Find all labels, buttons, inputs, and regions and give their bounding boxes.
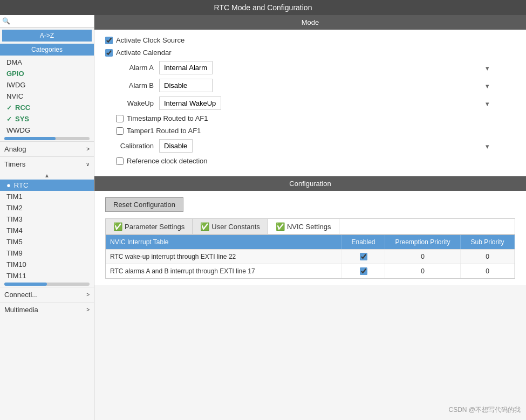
search-input[interactable] [12,17,93,25]
reference-clock-checkbox[interactable] [116,157,124,165]
nvic-tab-icon: ✅ [276,222,285,231]
section-connectivity-label: Connecti... [4,291,38,299]
activate-calendar-row: Activate Calendar [105,49,515,57]
row1-description: RTC wake-up interrupt through EXTI line … [106,250,342,264]
sidebar-item-tim10[interactable]: TIM10 [0,259,94,270]
app-container: RTC Mode and Configuration 🔍 A->Z Catego… [0,0,526,420]
sidebar-item-gpio[interactable]: GPIO [0,68,94,79]
search-bar: 🔍 [0,15,94,27]
table-row: RTC wake-up interrupt through EXTI line … [106,249,515,264]
sidebar-item-wwdg[interactable]: WWDG [0,125,94,136]
sidebar-item-tim11[interactable]: TIM11 [0,270,94,281]
alarm-a-select[interactable]: Internal Alarm Disable [159,61,213,74]
row1-sub: 0 [461,250,515,264]
section-analog-arrow: > [86,146,90,152]
alarm-b-label: Alarm B [105,81,159,89]
calibration-label: Calibration [105,142,159,150]
right-panel: Mode Activate Clock Source Activate Cale… [94,15,526,420]
row2-enabled [342,264,385,278]
user-constants-tab-label: User Constants [211,223,260,231]
sidebar-item-tim3[interactable]: TIM3 [0,214,94,225]
section-timers-label: Timers [4,160,25,168]
activate-calendar-checkbox[interactable] [105,49,113,57]
section-analog-label: Analog [4,145,26,153]
wakeup-row: WakeUp Internal WakeUp Disable [105,97,515,110]
tamper1-checkbox[interactable] [116,127,124,135]
col-header-enabled: Enabled [342,235,385,249]
sidebar-item-dma[interactable]: DMA [0,57,94,68]
rtc-check-icon: ● [6,181,11,189]
col-header-preemption: Preemption Priority [385,235,461,249]
alarm-b-select[interactable]: Disable Internal Alarm [159,79,213,92]
sidebar-item-tim1[interactable]: TIM1 [0,191,94,202]
alarm-a-row: Alarm A Internal Alarm Disable [105,61,515,74]
section-timers[interactable]: Timers ∨ [0,156,94,171]
config-body: Reset Configuration ✅ Parameter Settings… [94,191,526,285]
activate-clock-label: Activate Clock Source [116,36,185,44]
tab-nvic-settings[interactable]: ✅ NVIC Settings [268,219,339,234]
alarm-b-select-wrapper: Disable Internal Alarm [159,79,494,92]
up-arrow: ▲ [0,171,94,180]
window-title: RTC Mode and Configuration [0,0,526,15]
timestamp-checkbox[interactable] [116,115,124,122]
watermark: CSDN @不想写代码的我 [448,405,521,415]
tamper1-label: Tamper1 Routed to AF1 [127,127,201,135]
calibration-select-wrapper: Disable Enable [159,139,494,153]
scroll-indicator-top [4,137,90,140]
reference-clock-label: Reference clock detection [127,157,208,165]
reset-configuration-button[interactable]: Reset Configuration [105,197,183,212]
alarm-b-row: Alarm B Disable Internal Alarm [105,79,515,92]
tab-user-constants[interactable]: ✅ User Constants [193,219,268,234]
section-multimedia-arrow: > [86,307,90,313]
nvic-table: NVIC Interrupt Table Enabled Preemption … [105,235,515,279]
section-multimedia[interactable]: Multimedia > [0,302,94,317]
alarm-a-label: Alarm A [105,64,159,72]
row1-enabled-checkbox[interactable] [360,253,367,260]
mode-section: Activate Clock Source Activate Calendar … [94,30,526,176]
row1-enabled [342,250,385,264]
tamper1-row: Tamper1 Routed to AF1 [105,127,515,135]
table-row: RTC alarms A and B interrupt through EXT… [106,264,515,278]
col-header-sub: Sub Priority [461,235,515,249]
scroll-bar [4,137,56,140]
section-multimedia-label: Multimedia [4,306,38,314]
row2-preemption: 0 [385,264,461,278]
row2-enabled-checkbox[interactable] [360,267,367,275]
table-header: NVIC Interrupt Table Enabled Preemption … [106,235,515,249]
sidebar-item-tim2[interactable]: TIM2 [0,202,94,214]
tab-parameter-settings[interactable]: ✅ Parameter Settings [106,219,193,234]
tabs-bar: ✅ Parameter Settings ✅ User Constants ✅ … [105,218,515,235]
timestamp-label: Timestamp Routed to AF1 [127,114,208,122]
categories-label: Categories [0,44,94,56]
mode-section-title: Mode [94,15,526,30]
user-constants-tab-icon: ✅ [200,222,209,231]
wakeup-label: WakeUp [105,99,159,107]
sort-button[interactable]: A->Z [2,30,92,42]
main-content: 🔍 A->Z Categories DMA GPIO IWDG NVIC RCC… [0,15,526,420]
parameter-tab-icon: ✅ [113,222,122,231]
calibration-select[interactable]: Disable Enable [159,139,193,153]
row1-preemption: 0 [385,250,461,264]
sidebar-item-tim5[interactable]: TIM5 [0,236,94,247]
sidebar-item-nvic[interactable]: NVIC [0,91,94,102]
section-timers-arrow: ∨ [86,161,90,167]
sidebar-item-tim4[interactable]: TIM4 [0,225,94,236]
wakeup-select[interactable]: Internal WakeUp Disable [159,97,221,110]
search-icon: 🔍 [2,17,10,25]
timestamp-row: Timestamp Routed to AF1 [105,114,515,122]
row2-sub: 0 [461,264,515,278]
sidebar-item-iwdg[interactable]: IWDG [0,79,94,91]
parameter-tab-label: Parameter Settings [125,223,185,231]
sidebar-item-sys[interactable]: SYS [0,113,94,125]
section-connectivity[interactable]: Connecti... > [0,287,94,302]
alarm-a-select-wrapper: Internal Alarm Disable [159,61,494,74]
section-analog[interactable]: Analog > [0,141,94,156]
sidebar-item-rcc[interactable]: RCC [0,102,94,113]
col-header-name: NVIC Interrupt Table [106,235,342,249]
sidebar-item-rtc[interactable]: ●RTC [0,180,94,191]
config-section-title: Configuration [94,176,526,191]
activate-clock-checkbox[interactable] [105,37,113,44]
section-connectivity-arrow: > [86,292,90,298]
sidebar-item-tim9[interactable]: TIM9 [0,247,94,259]
activate-calendar-label: Activate Calendar [116,49,172,57]
